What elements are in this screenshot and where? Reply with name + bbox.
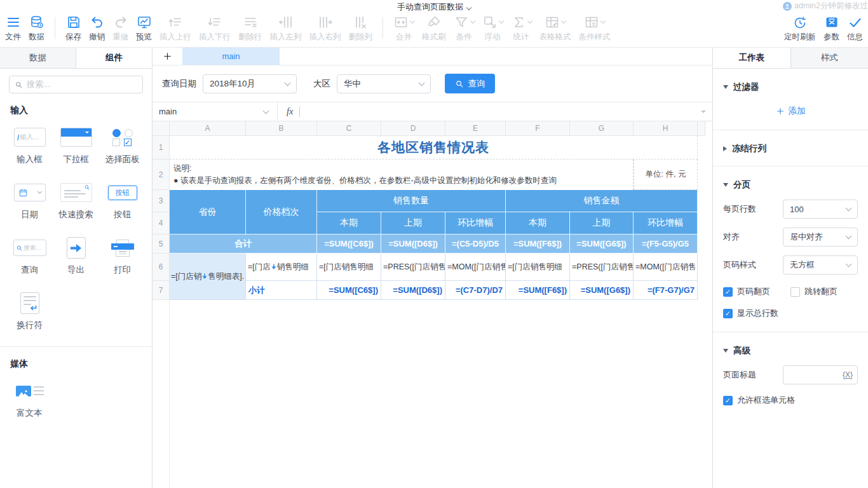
cell-G5[interactable]: =SUM([G6$]): [570, 234, 634, 254]
cell-H2[interactable]: 单位: 件, 元: [634, 159, 698, 190]
toolbar-condition-style-button[interactable]: 条件样式: [575, 13, 614, 43]
tab-components[interactable]: 组件: [76, 48, 152, 68]
component-rich-text[interactable]: 富文本: [6, 379, 53, 419]
cell-F5[interactable]: =SUM([F6$]): [506, 234, 570, 254]
page-title-input[interactable]: {X}: [783, 365, 858, 384]
advanced-section-header[interactable]: 高级: [723, 345, 858, 356]
toolbar-save-button[interactable]: 保存: [62, 13, 85, 43]
toolbar-info-button[interactable]: 信息: [843, 13, 867, 43]
cell-A1[interactable]: 各地区销售情况表: [170, 136, 698, 159]
cell-F4[interactable]: 本期: [506, 212, 570, 234]
toolbar-preview-button[interactable]: 预览: [132, 13, 156, 43]
variable-icon[interactable]: {X}: [843, 370, 853, 379]
col-header-partial[interactable]: [698, 121, 705, 136]
col-header-F[interactable]: F: [506, 121, 570, 136]
row-header-2[interactable]: 2: [153, 159, 170, 190]
cell-H4[interactable]: 环比增幅: [634, 212, 698, 234]
toolbar-insert-row-above-button[interactable]: 插入上行: [156, 13, 195, 43]
toolbar-file-button[interactable]: 文件: [1, 13, 25, 43]
sheet-canvas[interactable]: ABCDEFGH1234567各地区销售情况表说明:● 该表是手动查询报表，左侧…: [153, 121, 712, 488]
cell-G7[interactable]: =SUM([G6$]): [570, 281, 634, 300]
cell-B6[interactable]: =[门店销售明细: [246, 254, 317, 281]
user-info[interactable]: admin2分钟前修改过: [783, 1, 868, 11]
cell-H6[interactable]: =MOM([门店销售: [634, 254, 698, 281]
cell-F6[interactable]: =[门店销售明细: [506, 254, 570, 281]
checkbox-jump-flip[interactable]: 跳转翻页: [790, 286, 858, 297]
component-search-input[interactable]: 搜索...: [9, 76, 143, 93]
toolbar-undo-button[interactable]: 撤销: [85, 13, 109, 43]
col-header-B[interactable]: B: [246, 121, 317, 136]
col-header-E[interactable]: E: [445, 121, 506, 136]
query-region-select[interactable]: 华中: [337, 74, 431, 93]
toolbar-condition-button[interactable]: 条件: [450, 13, 478, 43]
row-header-7[interactable]: 7: [153, 281, 170, 300]
toolbar-insert-col-right-button[interactable]: 插入右列: [306, 13, 345, 43]
checkbox-allow-cell-select[interactable]: 允许框选单元格: [723, 395, 795, 406]
col-header-D[interactable]: D: [381, 121, 445, 136]
component-button[interactable]: 按钮按钮: [99, 180, 146, 220]
component-query[interactable]: 搜索...查询: [6, 236, 53, 276]
component-export[interactable]: 导出: [53, 236, 99, 276]
component-input-box[interactable]: I输入...输入框: [6, 125, 53, 165]
toolbar-float-button[interactable]: 浮动: [478, 13, 507, 43]
cell-E4[interactable]: 环比增幅: [445, 212, 506, 234]
row-header-5[interactable]: 5: [153, 234, 170, 254]
col-header-A[interactable]: A: [170, 121, 246, 136]
toolbar-format-brush-button[interactable]: 格式刷: [418, 13, 450, 43]
toolbar-delete-row-button[interactable]: 删除行: [234, 13, 266, 43]
cell-B7[interactable]: 小计: [246, 281, 317, 300]
row-header-6[interactable]: 6: [153, 254, 170, 281]
cell-H5[interactable]: =(F5-G5)/G5: [634, 234, 698, 254]
row-header-4[interactable]: 4: [153, 212, 170, 234]
tab-style[interactable]: 样式: [790, 48, 868, 68]
toolbar-params-button[interactable]: 参数: [820, 13, 843, 43]
filter-section-header[interactable]: 过滤器: [723, 81, 858, 93]
row-header-3[interactable]: 3: [153, 190, 170, 212]
toolbar-insert-row-below-button[interactable]: 插入下行: [195, 13, 234, 43]
component-dropdown[interactable]: 下拉框: [53, 125, 99, 165]
component-choice-panel[interactable]: ✓选择面板: [99, 125, 146, 165]
tab-worksheet[interactable]: 工作表: [713, 48, 790, 68]
query-button[interactable]: 查询: [445, 74, 495, 93]
cell-A6[interactable]: =[门店销售明细表].: [170, 254, 246, 300]
cell-A2[interactable]: 说明:● 该表是手动查询报表，左侧有两个维度省份、价格档次，在参数栏-高级中设置…: [170, 159, 634, 190]
query-date-select[interactable]: 2018年10月: [203, 74, 297, 93]
formula-expand-icon[interactable]: [701, 111, 706, 116]
col-header-C[interactable]: C: [317, 121, 381, 136]
cell-B3[interactable]: 价格档次: [246, 190, 317, 234]
row-header-1[interactable]: 1: [153, 136, 170, 159]
add-sheet-button[interactable]: [153, 48, 182, 65]
toolbar-merge-button[interactable]: 合并: [390, 13, 418, 43]
component-date[interactable]: 日期: [6, 180, 53, 220]
sheet-tab-main[interactable]: main: [182, 48, 280, 65]
cell-C7[interactable]: =SUM([C6$]): [317, 281, 381, 300]
cell-E5[interactable]: =(C5-D5)/D5: [445, 234, 506, 254]
checkbox-page-flip[interactable]: 页码翻页: [723, 286, 790, 297]
toolbar-delete-col-button[interactable]: 删除列: [345, 13, 377, 43]
component-quick-search[interactable]: 快速搜索: [53, 180, 99, 220]
freeze-section-header[interactable]: 冻结行列: [723, 143, 858, 154]
cell-D4[interactable]: 上期: [381, 212, 445, 234]
toolbar-timed-refresh-button[interactable]: 定时刷新: [780, 13, 820, 43]
paging-section-header[interactable]: 分页: [723, 179, 858, 191]
cell-D5[interactable]: =SUM([D6$]): [381, 234, 445, 254]
cell-C3[interactable]: 销售数量: [317, 190, 506, 212]
cell-A3[interactable]: 省份: [170, 190, 246, 234]
cell-C6[interactable]: =[门店销售明细: [317, 254, 381, 281]
formula-input[interactable]: [300, 102, 701, 121]
toolbar-table-format-button[interactable]: 表格格式: [536, 13, 575, 43]
cell-H7[interactable]: =(F7-G7)/G7: [634, 281, 698, 300]
cell-F7[interactable]: =SUM([F6$]): [506, 281, 570, 300]
toolbar-redo-button[interactable]: 重做: [109, 13, 132, 43]
checkbox-show-total-rows[interactable]: 显示总行数: [723, 308, 778, 319]
rows-per-page-select[interactable]: 100: [783, 200, 858, 219]
cell-C4[interactable]: 本期: [317, 212, 381, 234]
cell-C5[interactable]: =SUM([C6$]): [317, 234, 381, 254]
cell-A5[interactable]: 合计: [170, 234, 317, 254]
page-number-style-select[interactable]: 无方框: [783, 255, 858, 274]
align-select[interactable]: 居中对齐: [783, 227, 858, 247]
cell-D6[interactable]: =PRES([门店销售: [381, 254, 445, 281]
col-header-G[interactable]: G: [570, 121, 634, 136]
component-newline[interactable]: 换行符: [6, 291, 53, 331]
toolbar-stats-button[interactable]: 统计: [507, 13, 536, 43]
